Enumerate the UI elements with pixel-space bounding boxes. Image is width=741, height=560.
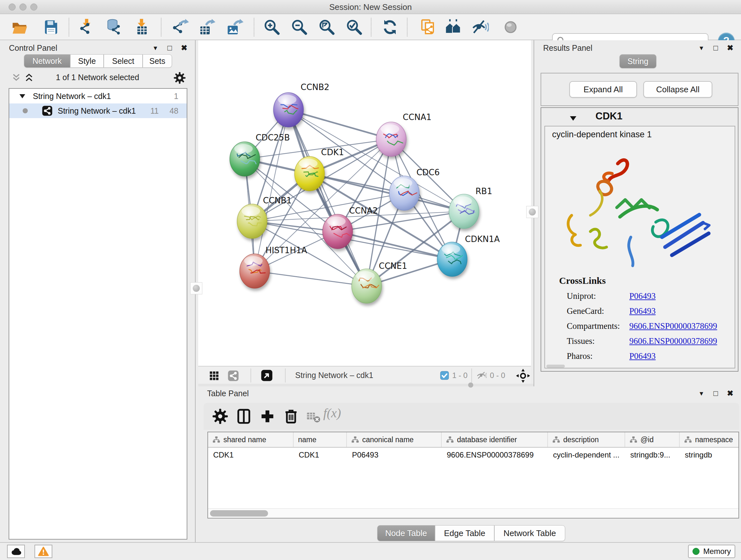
network-canvas[interactable]: CCNB2 CCNA1 CDC25B CDK1 CDC6 RB1 xyxy=(198,40,531,366)
tab-network[interactable]: Network xyxy=(24,54,70,68)
column-header-description[interactable]: description xyxy=(548,432,625,447)
network-row-selected[interactable]: String Network – cdk1 11 48 xyxy=(9,104,187,118)
tab-node-table[interactable]: Node Table xyxy=(377,525,435,541)
tab-string[interactable]: String xyxy=(619,54,657,68)
crosslink-value-link[interactable]: P06493 xyxy=(629,351,656,361)
warning-status-button[interactable] xyxy=(35,545,52,558)
panel-close-icon[interactable]: ✖ xyxy=(181,44,187,52)
crosslink-row: Compartments:9606.ENSP00000378699 xyxy=(567,321,730,331)
delete-column-icon[interactable] xyxy=(283,408,299,425)
network-options-gear-icon[interactable] xyxy=(173,71,186,84)
column-header-@id[interactable]: @id xyxy=(625,432,680,447)
expand-all-button[interactable]: Expand All xyxy=(569,81,637,98)
collapse-all-button[interactable]: Collapse All xyxy=(643,81,712,98)
hide-panel-button[interactable] xyxy=(472,18,489,36)
zoom-fit-button[interactable] xyxy=(318,18,335,36)
open-session-button[interactable] xyxy=(11,18,28,36)
panel-menu-icon[interactable]: ▼ xyxy=(698,45,704,51)
share-network-icon[interactable] xyxy=(227,370,239,381)
export-image-button[interactable] xyxy=(226,18,244,36)
node-HIST1H1A[interactable]: HIST1H1A xyxy=(240,246,307,288)
panel-close-icon[interactable]: ✖ xyxy=(727,389,733,397)
fit-crosshair-icon[interactable] xyxy=(516,369,530,383)
control-panel-tabs: NetworkStyleSelectSets xyxy=(24,54,172,68)
gene-card-expander-icon[interactable] xyxy=(569,115,577,122)
node-CCNA2[interactable]: CCNA2 xyxy=(323,206,378,249)
delete-table-icon[interactable] xyxy=(306,408,321,425)
node-CDC25B[interactable]: CDC25B xyxy=(230,133,290,176)
node-CCNB2[interactable]: CCNB2 xyxy=(273,82,329,127)
right-splitter-handle[interactable] xyxy=(526,206,538,218)
panel-menu-icon[interactable]: ▼ xyxy=(698,390,704,396)
edge-HIST1H1A-CCNE1[interactable] xyxy=(255,271,367,286)
crosslink-value-link[interactable]: 9606.ENSP00000378699 xyxy=(629,336,717,346)
node-CCNE1[interactable]: CCNE1 xyxy=(352,261,407,303)
memory-button[interactable]: Memory xyxy=(688,545,735,558)
tab-edge-table[interactable]: Edge Table xyxy=(435,525,494,541)
column-header-shared-name[interactable]: shared name xyxy=(208,432,293,447)
column-visibility-icon[interactable] xyxy=(235,408,252,425)
zoom-out-button[interactable] xyxy=(291,18,308,36)
add-column-icon[interactable] xyxy=(259,408,276,425)
birdseye-view-icon[interactable] xyxy=(261,369,273,381)
export-network-button[interactable] xyxy=(172,18,189,36)
gene-card-hscroll-thumb[interactable] xyxy=(546,365,565,368)
table-settings-gear-icon[interactable] xyxy=(212,408,228,425)
selected-checkbox-icon[interactable] xyxy=(440,371,449,380)
memory-status-dot xyxy=(692,548,699,555)
node-CCNA1[interactable]: CCNA1 xyxy=(376,112,431,157)
panel-close-icon[interactable]: ✖ xyxy=(727,44,733,52)
grid-view-icon[interactable] xyxy=(208,370,220,381)
node-label-HIST1H1A: HIST1H1A xyxy=(266,246,307,255)
crosslink-value-link[interactable]: 9606.ENSP00000378699 xyxy=(629,321,717,331)
node-CDKN1A[interactable]: CDKN1A xyxy=(437,234,500,276)
show-panel-button[interactable] xyxy=(502,18,519,36)
import-table-button[interactable] xyxy=(133,18,150,36)
tab-select[interactable]: Select xyxy=(104,54,143,68)
tab-sets[interactable]: Sets xyxy=(143,54,172,68)
panel-float-icon[interactable]: □ xyxy=(713,44,718,52)
node-CCNB1[interactable]: CCNB1 xyxy=(237,196,292,239)
node-CDK1[interactable]: CDK1 xyxy=(294,147,344,191)
column-header-name[interactable]: name xyxy=(293,432,347,447)
tab-network-table[interactable]: Network Table xyxy=(494,525,565,541)
crosslink-label: GeneCard: xyxy=(567,306,629,316)
network-collection-row[interactable]: String Network – cdk1 1 xyxy=(9,89,187,104)
edge-CCNB2-CCNE1[interactable] xyxy=(288,110,367,286)
refresh-button[interactable] xyxy=(381,18,399,36)
panel-float-icon[interactable]: □ xyxy=(167,44,172,52)
table-hscrollbar[interactable] xyxy=(208,508,738,518)
crosslink-value-link[interactable]: P06493 xyxy=(629,306,656,316)
tab-style[interactable]: Style xyxy=(70,54,104,68)
table-row[interactable]: CDK1CDK1P064939606.ENSP00000378699cyclin… xyxy=(208,448,738,462)
column-header-label: description xyxy=(563,435,599,444)
string-import-button[interactable] xyxy=(419,18,436,36)
zoom-selected-button[interactable] xyxy=(346,18,363,36)
zoom-in-button[interactable] xyxy=(263,18,280,36)
bottom-splitter-handle[interactable] xyxy=(468,382,473,388)
hidden-eye-icon[interactable] xyxy=(476,371,487,380)
left-splitter-handle[interactable] xyxy=(190,282,202,294)
import-database-button[interactable] xyxy=(106,18,123,36)
panel-float-icon[interactable]: □ xyxy=(713,389,718,397)
function-builder-icon[interactable]: f(x) xyxy=(323,406,352,422)
cloud-status-button[interactable] xyxy=(7,545,25,558)
crosslink-value-link[interactable]: P06493 xyxy=(629,291,656,301)
edge-CCNB2-CCNA1[interactable] xyxy=(288,110,391,139)
table-hscroll-thumb[interactable] xyxy=(210,510,268,516)
export-table-button[interactable] xyxy=(198,18,215,36)
column-header-namespace[interactable]: namespace xyxy=(680,432,739,447)
toolbar-separator xyxy=(161,18,161,37)
edge-CDK1-RB1[interactable] xyxy=(310,174,464,211)
toolbar-separator xyxy=(69,18,69,37)
string-network-graph[interactable]: CCNB2 CCNA1 CDC25B CDK1 CDC6 RB1 xyxy=(198,40,531,366)
node-RB1[interactable]: RB1 xyxy=(449,186,492,229)
home-button[interactable] xyxy=(445,18,462,36)
column-header-canonical-name[interactable]: canonical name xyxy=(347,432,442,447)
panel-menu-icon[interactable]: ▼ xyxy=(152,45,158,51)
column-header-database-identifier[interactable]: database identifier xyxy=(442,432,548,447)
gene-result-card: CDK1 cyclin-dependent kinase 1 xyxy=(541,107,738,372)
import-network-button[interactable] xyxy=(78,18,95,36)
save-session-button[interactable] xyxy=(43,18,60,36)
collection-expander-icon[interactable] xyxy=(19,93,26,99)
